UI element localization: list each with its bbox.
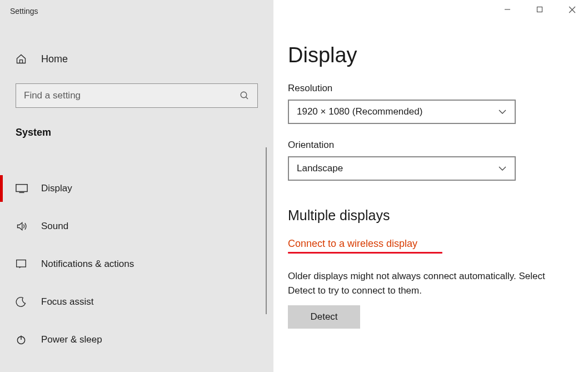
sidebar-item-label: Sound bbox=[41, 221, 68, 232]
window-title-text: Settings bbox=[10, 7, 38, 16]
page-title: Display bbox=[288, 43, 588, 67]
sidebar-item-focus-assist[interactable]: Focus assist bbox=[0, 283, 273, 321]
home-icon bbox=[16, 53, 29, 65]
sidebar-item-label: Display bbox=[41, 183, 72, 194]
minimize-button[interactable] bbox=[491, 0, 524, 19]
resolution-group: Resolution 1920 × 1080 (Recommended) bbox=[288, 83, 588, 124]
chevron-down-icon bbox=[498, 109, 507, 115]
main-content: Display Resolution 1920 × 1080 (Recommen… bbox=[273, 0, 588, 372]
chevron-down-icon bbox=[498, 166, 507, 171]
sidebar-item-sound[interactable]: Sound bbox=[0, 207, 273, 245]
svg-rect-4 bbox=[17, 260, 26, 267]
search-box[interactable] bbox=[16, 83, 258, 108]
window-title: Settings bbox=[0, 0, 273, 22]
moon-icon bbox=[16, 296, 29, 307]
sidebar-item-label: Notifications & actions bbox=[41, 259, 134, 270]
highlight-underline bbox=[288, 252, 442, 254]
sidebar: Settings Home System Display Sound bbox=[0, 0, 273, 372]
sidebar-item-notifications[interactable]: Notifications & actions bbox=[0, 245, 273, 283]
search-input[interactable] bbox=[24, 90, 240, 101]
detect-help-text: Older displays might not always connect … bbox=[288, 269, 566, 297]
close-button[interactable] bbox=[556, 0, 588, 19]
sidebar-item-label: Focus assist bbox=[41, 296, 93, 307]
svg-rect-8 bbox=[537, 7, 542, 12]
orientation-dropdown[interactable]: Landscape bbox=[288, 156, 516, 181]
power-icon bbox=[16, 334, 29, 345]
home-nav-item[interactable]: Home bbox=[0, 44, 273, 73]
connect-wireless-link[interactable]: Connect to a wireless display bbox=[288, 238, 417, 250]
orientation-label: Orientation bbox=[288, 140, 588, 151]
home-label: Home bbox=[41, 53, 68, 65]
sidebar-nav: Display Sound Notifications & actions Fo… bbox=[0, 170, 273, 359]
svg-rect-2 bbox=[16, 185, 27, 192]
sidebar-item-power-sleep[interactable]: Power & sleep bbox=[0, 321, 273, 359]
sound-icon bbox=[16, 221, 29, 232]
orientation-value: Landscape bbox=[297, 163, 343, 174]
search-icon bbox=[240, 91, 250, 101]
sidebar-item-display[interactable]: Display bbox=[0, 170, 273, 207]
multiple-displays-heading: Multiple displays bbox=[288, 207, 588, 224]
maximize-button[interactable] bbox=[524, 0, 556, 19]
orientation-group: Orientation Landscape bbox=[288, 140, 588, 181]
display-icon bbox=[16, 183, 29, 194]
connect-wireless-link-row: Connect to a wireless display bbox=[288, 238, 442, 254]
resolution-value: 1920 × 1080 (Recommended) bbox=[297, 106, 422, 117]
notifications-icon bbox=[16, 259, 29, 270]
svg-point-0 bbox=[241, 92, 247, 98]
svg-line-1 bbox=[246, 97, 248, 99]
detect-button[interactable]: Detect bbox=[288, 305, 360, 329]
category-heading: System bbox=[0, 127, 273, 138]
resolution-dropdown[interactable]: 1920 × 1080 (Recommended) bbox=[288, 100, 516, 124]
resolution-label: Resolution bbox=[288, 83, 588, 94]
sidebar-item-label: Power & sleep bbox=[41, 334, 102, 345]
window-controls bbox=[491, 0, 588, 19]
